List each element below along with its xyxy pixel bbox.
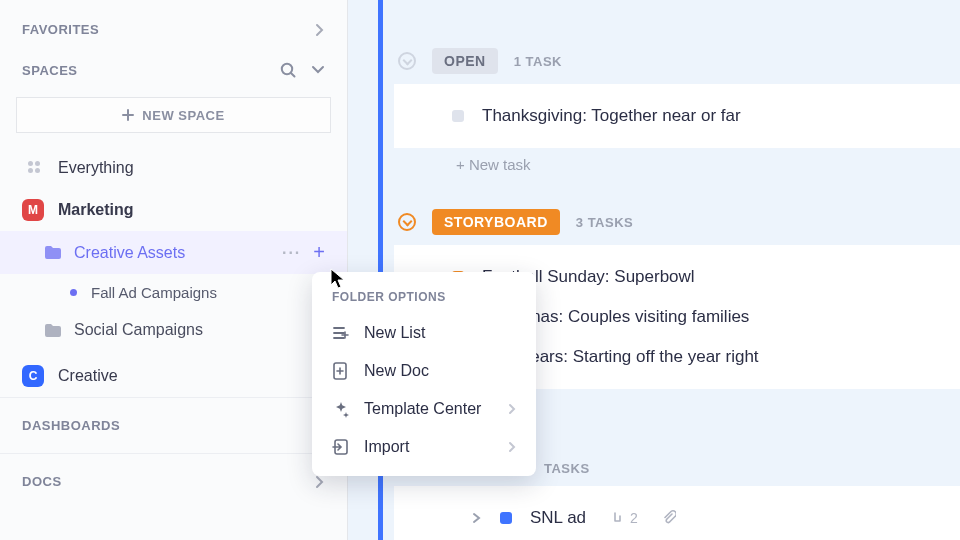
menu-label: New Doc (364, 362, 429, 380)
sidebar-item-marketing[interactable]: M Marketing (0, 189, 347, 231)
status-pill-storyboard: STORYBOARD (432, 209, 560, 235)
chevron-down-icon[interactable] (311, 65, 325, 75)
status-collapse-icon[interactable] (398, 213, 416, 231)
task-title: Thanksgiving: Together near or far (482, 106, 741, 126)
task-status-icon[interactable] (500, 512, 512, 524)
sidebar-folder-creative-assets[interactable]: Creative Assets ··· + (0, 231, 347, 274)
new-space-label: NEW SPACE (142, 108, 224, 123)
import-icon (332, 438, 350, 456)
menu-label: Template Center (364, 400, 481, 418)
creative-label: Creative (58, 367, 118, 385)
task-group-open: Thanksgiving: Together near or far (394, 84, 960, 148)
list-dot-icon (70, 289, 77, 296)
new-space-button[interactable]: NEW SPACE (16, 97, 331, 133)
menu-label: Import (364, 438, 409, 456)
folder-icon (44, 323, 62, 338)
menu-item-template-center[interactable]: Template Center (312, 390, 536, 428)
folder-options-menu: FOLDER OPTIONS New List New Doc Template… (312, 272, 536, 476)
spaces-label: SPACES (22, 63, 78, 78)
dashboards-label: DASHBOARDS (22, 418, 120, 433)
menu-item-new-doc[interactable]: New Doc (312, 352, 536, 390)
list-icon (332, 325, 350, 341)
task-count: 3 TASKS (576, 215, 633, 230)
sidebar: FAVORITES SPACES NEW SPACE Everything M … (0, 0, 348, 540)
subtask-count-badge[interactable]: 2 (610, 510, 638, 526)
sparkle-icon (332, 400, 350, 418)
folder-icon (44, 245, 62, 260)
task-count: TASKS (544, 461, 590, 476)
subtask-toggle-icon[interactable] (472, 512, 482, 524)
sidebar-folder-social-campaigns[interactable]: Social Campaigns (0, 311, 347, 349)
status-header-third[interactable]: TASKS (544, 461, 960, 476)
folder-more-icon[interactable]: ··· (282, 244, 301, 262)
favorites-label: FAVORITES (22, 22, 99, 37)
status-header-storyboard[interactable]: STORYBOARD 3 TASKS (398, 209, 960, 235)
plus-icon (122, 109, 134, 121)
docs-section-header[interactable]: DOCS (0, 453, 347, 509)
new-task-button[interactable]: + New task (398, 148, 960, 181)
menu-label: New List (364, 324, 425, 342)
marketing-label: Marketing (58, 201, 134, 219)
search-icon[interactable] (279, 61, 297, 79)
doc-icon (332, 362, 350, 380)
sidebar-list-fall-ad-campaigns[interactable]: Fall Ad Campaigns (0, 274, 347, 311)
docs-label: DOCS (22, 474, 62, 489)
dashboards-section-header[interactable]: DASHBOARDS (0, 397, 347, 453)
status-header-open[interactable]: OPEN 1 TASK (398, 48, 960, 74)
spaces-section-header[interactable]: SPACES (0, 49, 347, 91)
status-pill-open: OPEN (432, 48, 498, 74)
popup-title: FOLDER OPTIONS (312, 286, 536, 314)
everything-icon (22, 157, 44, 179)
chevron-right-icon (315, 23, 325, 37)
chevron-right-icon (508, 441, 516, 453)
task-row[interactable]: Thanksgiving: Together near or far (418, 96, 940, 136)
everything-label: Everything (58, 159, 134, 177)
chevron-right-icon (315, 475, 325, 489)
menu-item-new-list[interactable]: New List (312, 314, 536, 352)
task-group-third: SNL ad 2 Thanksgiving: Who's bringing wh… (394, 486, 960, 540)
attachment-icon[interactable] (662, 510, 676, 526)
status-collapse-icon[interactable] (398, 52, 416, 70)
creative-space-icon: C (22, 365, 44, 387)
marketing-space-icon: M (22, 199, 44, 221)
creative-assets-label: Creative Assets (74, 244, 185, 262)
folder-add-icon[interactable]: + (313, 241, 325, 264)
task-title: SNL ad (530, 508, 586, 528)
task-row[interactable]: SNL ad 2 (418, 498, 940, 538)
task-count: 1 TASK (514, 54, 562, 69)
menu-item-import[interactable]: Import (312, 428, 536, 466)
sidebar-item-creative[interactable]: C Creative (0, 355, 347, 397)
chevron-right-icon (508, 403, 516, 415)
task-status-icon[interactable] (452, 110, 464, 122)
fall-campaigns-label: Fall Ad Campaigns (91, 284, 217, 301)
social-campaigns-label: Social Campaigns (74, 321, 203, 339)
sidebar-item-everything[interactable]: Everything (0, 147, 347, 189)
favorites-section-header[interactable]: FAVORITES (0, 10, 347, 49)
